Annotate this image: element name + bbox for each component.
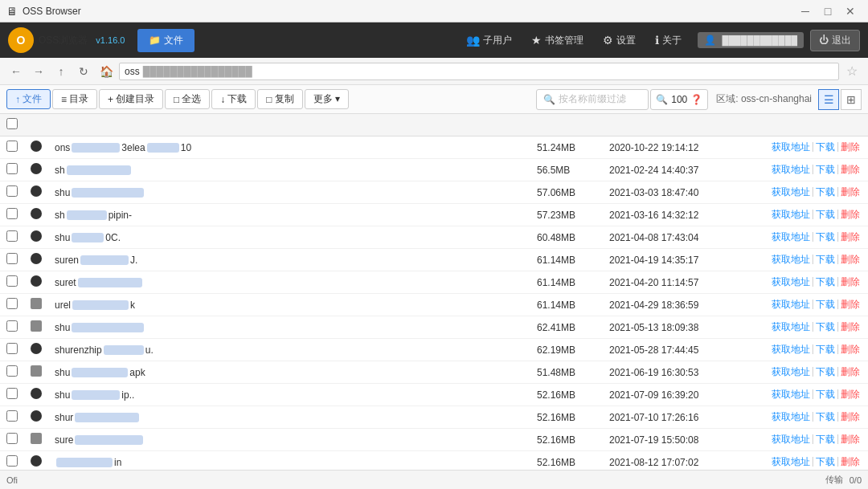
delete-link-9[interactable]: 删除 <box>839 343 862 357</box>
file-name[interactable]: shurenzhipu. <box>48 339 530 361</box>
upload-file-button[interactable]: ↑ 文件 <box>6 89 51 109</box>
row-checkbox-10[interactable] <box>6 365 18 377</box>
file-name[interactable]: shu <box>48 181 530 204</box>
download-button[interactable]: ↓ 下载 <box>211 89 256 109</box>
list-view-button[interactable]: ☰ <box>818 89 839 110</box>
download-link-7[interactable]: 下载 <box>814 298 837 312</box>
download-link-12[interactable]: 下载 <box>814 410 837 424</box>
select-all-button[interactable]: □ 全选 <box>165 89 210 109</box>
row-checkbox-0[interactable] <box>6 141 18 152</box>
row-checkbox-8[interactable] <box>6 320 18 332</box>
delete-link-13[interactable]: 删除 <box>839 433 862 446</box>
get-url-link-10[interactable]: 获取地址 <box>770 365 812 379</box>
get-url-link-5[interactable]: 获取地址 <box>770 253 812 267</box>
get-url-link-11[interactable]: 获取地址 <box>770 388 812 401</box>
select-all-checkbox[interactable] <box>6 118 18 129</box>
row-checkbox-7[interactable] <box>6 298 18 309</box>
delete-link-5[interactable]: 删除 <box>839 253 862 267</box>
row-checkbox-13[interactable] <box>6 433 18 444</box>
sub-users-button[interactable]: 👥 子用户 <box>457 31 522 51</box>
row-checkbox-3[interactable] <box>6 208 18 219</box>
row-checkbox-12[interactable] <box>6 410 18 422</box>
download-link-5[interactable]: 下载 <box>814 253 837 267</box>
row-checkbox-14[interactable] <box>6 455 18 467</box>
directory-button[interactable]: ≡ 目录 <box>52 89 97 109</box>
delete-link-11[interactable]: 删除 <box>839 388 862 401</box>
row-checkbox-2[interactable] <box>6 185 18 197</box>
up-button[interactable]: ↑ <box>51 62 71 81</box>
delete-link-2[interactable]: 删除 <box>839 185 862 199</box>
row-checkbox-6[interactable] <box>6 275 18 287</box>
address-path[interactable]: oss ████████████████ <box>119 63 839 80</box>
about-button[interactable]: ℹ 关于 <box>645 31 691 51</box>
refresh-button[interactable]: ↻ <box>74 62 93 81</box>
file-name[interactable]: shu <box>48 316 530 339</box>
delete-link-6[interactable]: 删除 <box>839 275 862 289</box>
file-tab-button[interactable]: 📁 文件 <box>137 29 194 52</box>
copy-button[interactable]: □ 复制 <box>257 89 302 109</box>
delete-link-4[interactable]: 删除 <box>839 230 862 244</box>
download-link-14[interactable]: 下载 <box>814 455 837 469</box>
get-url-link-4[interactable]: 获取地址 <box>770 230 812 244</box>
back-button[interactable]: ← <box>6 62 26 81</box>
file-name[interactable]: surenJ. <box>48 249 530 271</box>
get-url-link-8[interactable]: 获取地址 <box>770 320 812 334</box>
get-url-link-2[interactable]: 获取地址 <box>770 185 812 199</box>
row-checkbox-1[interactable] <box>6 163 18 174</box>
download-link-0[interactable]: 下载 <box>814 141 837 154</box>
file-name[interactable]: in <box>48 451 530 471</box>
download-link-6[interactable]: 下载 <box>814 275 837 289</box>
count-box[interactable]: 🔍 100 ❓ <box>650 89 708 110</box>
grid-view-button[interactable]: ⊞ <box>841 89 862 110</box>
download-link-4[interactable]: 下载 <box>814 230 837 244</box>
filter-box[interactable]: 🔍 按名称前缀过滤 <box>536 89 649 110</box>
row-checkbox-9[interactable] <box>6 343 18 354</box>
file-name[interactable]: suret <box>48 271 530 294</box>
delete-link-8[interactable]: 删除 <box>839 320 862 334</box>
logout-button[interactable]: ⏻ 退出 <box>810 30 860 51</box>
get-url-link-9[interactable]: 获取地址 <box>770 343 812 357</box>
get-url-link-3[interactable]: 获取地址 <box>770 208 812 222</box>
file-name[interactable]: ons3elea10 <box>48 137 530 159</box>
file-name[interactable]: sure <box>48 429 530 451</box>
delete-link-0[interactable]: 删除 <box>839 141 862 154</box>
download-link-11[interactable]: 下载 <box>814 388 837 401</box>
download-link-3[interactable]: 下载 <box>814 208 837 222</box>
get-url-link-6[interactable]: 获取地址 <box>770 275 812 289</box>
get-url-link-1[interactable]: 获取地址 <box>770 163 812 177</box>
file-name[interactable]: shpipin- <box>48 204 530 226</box>
get-url-link-13[interactable]: 获取地址 <box>770 433 812 446</box>
delete-link-3[interactable]: 删除 <box>839 208 862 222</box>
row-checkbox-11[interactable] <box>6 388 18 399</box>
delete-link-14[interactable]: 删除 <box>839 455 862 469</box>
get-url-link-0[interactable]: 获取地址 <box>770 141 812 154</box>
favorite-button[interactable]: ☆ <box>842 62 862 81</box>
more-button[interactable]: 更多 ▾ <box>305 89 349 109</box>
file-name[interactable]: sh <box>48 159 530 181</box>
home-button[interactable]: 🏠 <box>96 62 116 81</box>
file-table-wrapper[interactable]: ons3elea1051.24MB2020-10-22 19:14:12 获取地… <box>0 114 868 470</box>
row-checkbox-4[interactable] <box>6 230 18 242</box>
file-name[interactable]: urelk <box>48 294 530 316</box>
get-url-link-7[interactable]: 获取地址 <box>770 298 812 312</box>
file-name[interactable]: shuip.. <box>48 384 530 406</box>
delete-link-10[interactable]: 删除 <box>839 365 862 379</box>
download-link-2[interactable]: 下载 <box>814 185 837 199</box>
row-checkbox-5[interactable] <box>6 253 18 264</box>
download-link-9[interactable]: 下载 <box>814 343 837 357</box>
download-link-1[interactable]: 下载 <box>814 163 837 177</box>
bookmarks-button[interactable]: ★ 书签管理 <box>522 31 593 51</box>
delete-link-1[interactable]: 删除 <box>839 163 862 177</box>
close-button[interactable]: ✕ <box>839 0 862 22</box>
download-link-8[interactable]: 下载 <box>814 320 837 334</box>
forward-button[interactable]: → <box>29 62 48 81</box>
delete-link-12[interactable]: 删除 <box>839 410 862 424</box>
maximize-button[interactable]: □ <box>817 0 839 22</box>
delete-link-7[interactable]: 删除 <box>839 298 862 312</box>
create-dir-button[interactable]: + 创建目录 <box>99 89 163 109</box>
file-name[interactable]: shur <box>48 406 530 429</box>
download-link-13[interactable]: 下载 <box>814 433 837 446</box>
get-url-link-12[interactable]: 获取地址 <box>770 410 812 424</box>
settings-button[interactable]: ⚙ 设置 <box>593 31 645 51</box>
file-name[interactable]: shu0C. <box>48 226 530 249</box>
